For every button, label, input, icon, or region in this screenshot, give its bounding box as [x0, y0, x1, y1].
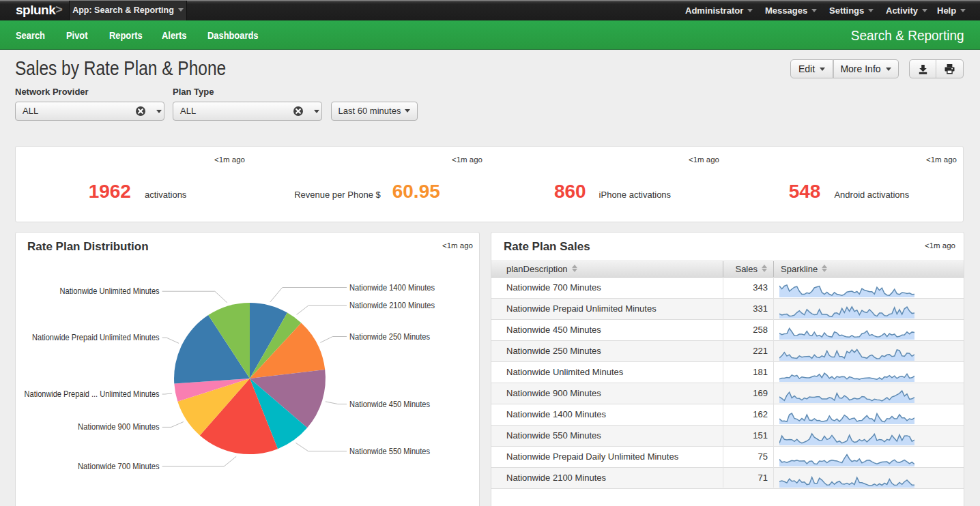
svg-text:Nationwide 250 Minutes: Nationwide 250 Minutes [349, 332, 430, 342]
svg-text:Nationwide 2100 Minutes: Nationwide 2100 Minutes [349, 301, 435, 310]
svg-text:Nationwide Prepaid ... Unlimit: Nationwide Prepaid ... Unlimited Minutes [25, 389, 160, 399]
svg-text:Nationwide 700 Minutes: Nationwide 700 Minutes [78, 462, 160, 471]
svg-text:Nationwide Unlimited Minutes: Nationwide Unlimited Minutes [60, 286, 160, 296]
svg-text:Nationwide 550 Minutes: Nationwide 550 Minutes [349, 447, 430, 456]
svg-text:Nationwide 1400 Minutes: Nationwide 1400 Minutes [349, 283, 435, 293]
svg-text:Nationwide 450 Minutes: Nationwide 450 Minutes [349, 400, 430, 409]
svg-text:Nationwide Prepaid Unlimited M: Nationwide Prepaid Unlimited Minutes [32, 333, 160, 342]
svg-text:Nationwide 900 Minutes: Nationwide 900 Minutes [78, 422, 160, 432]
